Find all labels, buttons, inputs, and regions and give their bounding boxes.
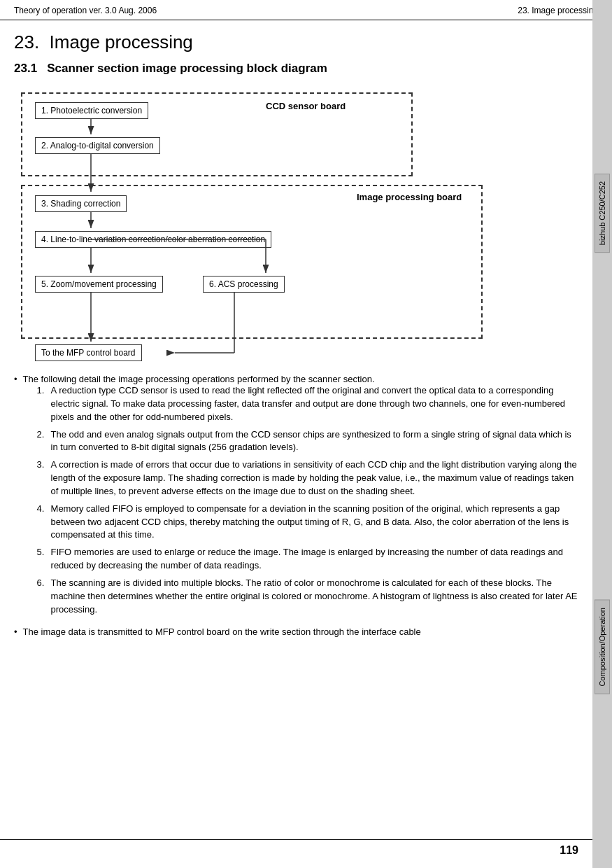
block-1: 1. Photoelectric conversion — [35, 102, 148, 119]
block-4: 4. Line-to-line variation correction/col… — [35, 231, 271, 248]
bullet-1-text: The following detail the image processin… — [23, 374, 375, 384]
list-item-5-text: FIFO memories are used to enlarge or red… — [51, 546, 578, 573]
bullet-dot-2: • — [14, 626, 17, 637]
list-item-4-text: Memory called FIFO is employed to compen… — [51, 503, 578, 542]
section-title: 23.1 Scanner section image processing bl… — [14, 62, 578, 76]
block-6: 6. ACS processing — [203, 276, 285, 293]
bullet-section: • The following detail the image process… — [14, 374, 578, 637]
block-diagram: 1. Photoelectric conversion 2. Analog-to… — [21, 87, 483, 360]
ipb-label: Image processing board — [357, 192, 462, 202]
bullet-1: • The following detail the image process… — [14, 374, 578, 621]
to-mfp-block: To the MFP control board — [35, 344, 142, 361]
list-item-6: 6. The scanning are is divided into mult… — [37, 577, 578, 617]
page-number: 119 — [560, 844, 578, 857]
bullet-2-text: The image data is transmitted to MFP con… — [23, 626, 421, 637]
list-item-3-text: A correction is made of errors that occu… — [51, 458, 578, 498]
chapter-number: 23. — [14, 31, 39, 52]
block-3: 3. Shading correction — [35, 195, 127, 212]
sidebar-tab-top: bizhub C250/C252 — [595, 174, 610, 253]
block-5: 5. Zoom/movement processing — [35, 276, 163, 293]
list-item-5: 5. FIFO memories are used to enlarge or … — [37, 546, 578, 573]
bullet-dot-1: • — [14, 374, 17, 621]
bullet-2: • The image data is transmitted to MFP c… — [14, 626, 578, 637]
list-item-2: 2. The odd and even analog signals outpu… — [37, 428, 578, 455]
page-header: Theory of operation ver. 3.0 Aug. 2006 2… — [0, 0, 612, 20]
block-2: 2. Analog-to-digital conversion — [35, 137, 160, 154]
list-item-6-text: The scanning are is divided into multipl… — [51, 577, 578, 617]
numbered-list-1: 1. A reduction type CCD sensor is used t… — [37, 384, 578, 617]
main-content: 23. Image processing 23.1 Scanner sectio… — [0, 20, 592, 654]
section-title-text: Scanner section image processing block d… — [47, 62, 327, 75]
section-number: 23.1 — [14, 62, 37, 75]
sidebar-tab-bottom: Composition/Operation — [595, 600, 610, 694]
list-item-1: 1. A reduction type CCD sensor is used t… — [37, 384, 578, 424]
list-item-2-text: The odd and even analog signals output f… — [51, 428, 578, 455]
list-item-4: 4. Memory called FIFO is employed to com… — [37, 503, 578, 542]
chapter-title: 23. Image processing — [14, 31, 578, 53]
list-item-1-text: A reduction type CCD sensor is used to r… — [51, 384, 578, 424]
list-item-3: 3. A correction is made of errors that o… — [37, 458, 578, 498]
chapter-title-text: Image processing — [50, 31, 193, 52]
page-footer: 119 — [0, 839, 592, 861]
header-right: 23. Image processing — [518, 6, 598, 15]
header-left: Theory of operation ver. 3.0 Aug. 2006 — [14, 6, 157, 15]
bullet-1-content: The following detail the image processin… — [23, 374, 578, 621]
ccd-label: CCD sensor board — [266, 101, 346, 111]
right-sidebar: bizhub C250/C252 Composition/Operation — [592, 0, 612, 868]
